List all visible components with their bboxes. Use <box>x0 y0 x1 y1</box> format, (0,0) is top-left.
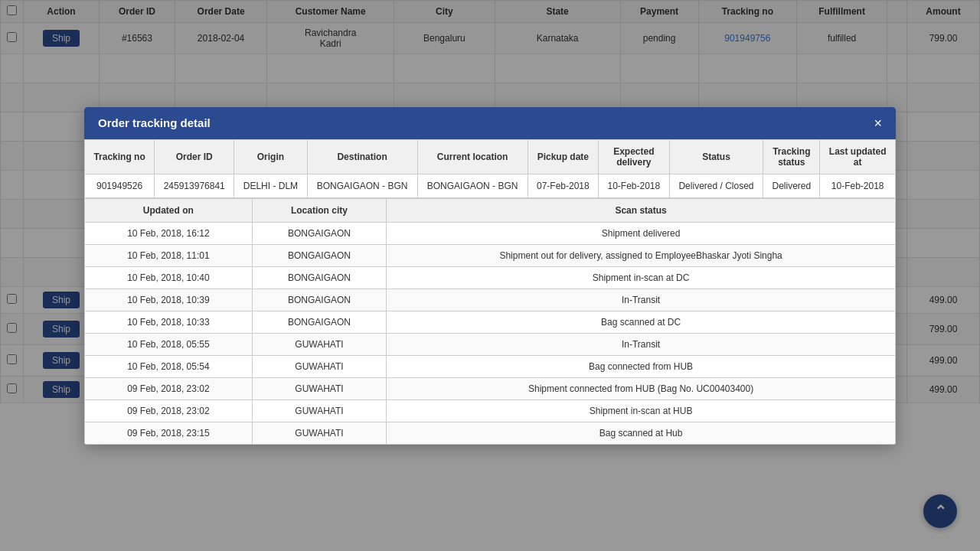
scan-updated-on: 10 Feb, 2018, 10:39 <box>85 289 253 311</box>
detail-pickup-date: 07-Feb-2018 <box>528 174 599 197</box>
scan-updated-on: 10 Feb, 2018, 05:54 <box>85 355 253 377</box>
scan-row: 09 Feb, 2018, 23:02 GUWAHATI Shipment in… <box>85 399 896 422</box>
detail-col-order-id: Order ID <box>155 139 234 174</box>
detail-tracking-no: 901949526 <box>85 174 155 197</box>
scan-row: 10 Feb, 2018, 05:54 GUWAHATI Bag connect… <box>85 355 896 377</box>
scan-status: In-Transit <box>387 333 896 355</box>
scan-location: BONGAIGAON <box>252 244 386 266</box>
scan-updated-on: 10 Feb, 2018, 05:55 <box>85 333 253 355</box>
detail-col-tracking-status: Trackingstatus <box>763 139 820 174</box>
scan-row: 09 Feb, 2018, 23:15 GUWAHATI Bag scanned… <box>85 422 896 444</box>
detail-status: Delivered / Closed <box>669 174 763 197</box>
scan-location: GUWAHATI <box>252 422 386 444</box>
detail-col-status: Status <box>669 139 763 174</box>
scan-status: Shipment delivered <box>387 222 896 244</box>
modal-overlay: Order tracking detail × Tracking no Orde… <box>0 0 980 551</box>
scan-location: GUWAHATI <box>252 333 386 355</box>
detail-col-destination: Destination <box>307 139 417 174</box>
detail-col-origin: Origin <box>234 139 307 174</box>
scan-row: 10 Feb, 2018, 11:01 BONGAIGAON Shipment … <box>85 244 896 266</box>
detail-col-current-location: Current location <box>417 139 528 174</box>
scan-location: BONGAIGAON <box>252 266 386 289</box>
scan-col-updated-on: Updated on <box>85 198 253 222</box>
scan-col-location: Location city <box>252 198 386 222</box>
scan-location: GUWAHATI <box>252 355 386 377</box>
detail-header-table: Tracking no Order ID Origin Destination … <box>84 139 896 198</box>
scan-updated-on: 10 Feb, 2018, 10:40 <box>85 266 253 289</box>
modal-title: Order tracking detail <box>98 116 211 129</box>
detail-col-tracking-no: Tracking no <box>85 139 155 174</box>
scan-row: 10 Feb, 2018, 10:39 BONGAIGAON In-Transi… <box>85 289 896 311</box>
detail-col-pickup-date: Pickup date <box>528 139 599 174</box>
scan-row: 10 Feb, 2018, 10:40 BONGAIGAON Shipment … <box>85 266 896 289</box>
detail-last-updated: 10-Feb-2018 <box>820 174 896 197</box>
detail-col-last-updated: Last updatedat <box>820 139 896 174</box>
scan-status: Bag scanned at DC <box>387 311 896 333</box>
scan-status: Bag connected from HUB <box>387 355 896 377</box>
scan-status: Shipment connected from HUB (Bag No. UC0… <box>387 377 896 399</box>
scan-status: Shipment out for delivery, assigned to E… <box>387 244 896 266</box>
scan-row: 09 Feb, 2018, 23:02 GUWAHATI Shipment co… <box>85 377 896 399</box>
scan-updated-on: 10 Feb, 2018, 16:12 <box>85 222 253 244</box>
detail-current-location: BONGAIGAON - BGN <box>417 174 528 197</box>
scan-row: 10 Feb, 2018, 16:12 BONGAIGAON Shipment … <box>85 222 896 244</box>
scan-updated-on: 09 Feb, 2018, 23:02 <box>85 399 253 422</box>
scan-status: In-Transit <box>387 289 896 311</box>
detail-destination: BONGAIGAON - BGN <box>307 174 417 197</box>
detail-data-row: 901949526 245913976841 DELHI - DLM BONGA… <box>85 174 896 197</box>
scan-updated-on: 10 Feb, 2018, 10:33 <box>85 311 253 333</box>
scan-status: Bag scanned at Hub <box>387 422 896 444</box>
scan-row: 10 Feb, 2018, 05:55 GUWAHATI In-Transit <box>85 333 896 355</box>
modal-header: Order tracking detail × <box>84 107 896 139</box>
scan-location: GUWAHATI <box>252 377 386 399</box>
scan-status: Shipment in-scan at HUB <box>387 399 896 422</box>
detail-origin: DELHI - DLM <box>234 174 307 197</box>
scan-row: 10 Feb, 2018, 10:33 BONGAIGAON Bag scann… <box>85 311 896 333</box>
scan-location: BONGAIGAON <box>252 311 386 333</box>
detail-col-expected-delivery: Expecteddelivery <box>599 139 670 174</box>
scan-location: BONGAIGAON <box>252 289 386 311</box>
scan-location: BONGAIGAON <box>252 222 386 244</box>
detail-tracking-status: Delivered <box>763 174 820 197</box>
page-container: Action Order ID Order Date Customer Name… <box>0 0 980 551</box>
detail-expected-delivery: 10-Feb-2018 <box>599 174 670 197</box>
modal-close-button[interactable]: × <box>874 116 882 130</box>
scan-history-table: Updated on Location city Scan status 10 … <box>84 198 896 445</box>
scan-updated-on: 09 Feb, 2018, 23:15 <box>85 422 253 444</box>
tracking-detail-modal: Order tracking detail × Tracking no Orde… <box>84 107 896 445</box>
scan-updated-on: 10 Feb, 2018, 11:01 <box>85 244 253 266</box>
detail-order-id: 245913976841 <box>155 174 234 197</box>
scan-status: Shipment in-scan at DC <box>387 266 896 289</box>
modal-body[interactable]: Tracking no Order ID Origin Destination … <box>84 139 896 445</box>
scan-col-status: Scan status <box>387 198 896 222</box>
scan-updated-on: 09 Feb, 2018, 23:02 <box>85 377 253 399</box>
scan-location: GUWAHATI <box>252 399 386 422</box>
